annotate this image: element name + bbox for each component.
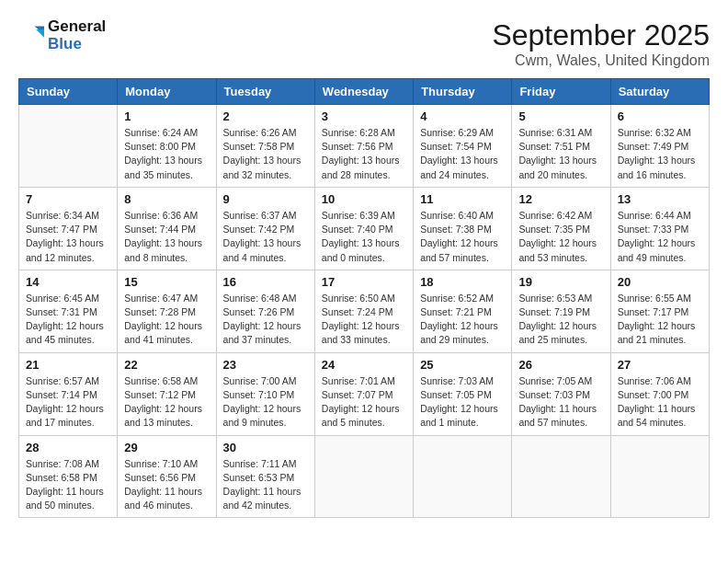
- day-number: 13: [618, 192, 702, 206]
- calendar-cell: 22 Sunrise: 6:58 AMSunset: 7:12 PMDaylig…: [118, 352, 216, 435]
- day-number: 30: [223, 441, 308, 454]
- day-number: 27: [618, 358, 702, 372]
- calendar-title-section: September 2025 Cwm, Wales, United Kingdo…: [492, 18, 710, 69]
- calendar-cell: 19 Sunrise: 6:53 AMSunset: 7:19 PMDaylig…: [512, 270, 610, 352]
- day-number: 5: [518, 109, 603, 123]
- weekday-header-thursday: Thursday: [414, 79, 512, 105]
- day-info: Sunrise: 6:24 AMSunset: 8:00 PMDaylight:…: [124, 126, 209, 182]
- weekday-header-friday: Friday: [512, 79, 610, 105]
- day-info: Sunrise: 6:50 AMSunset: 7:24 PMDaylight:…: [322, 292, 406, 348]
- day-number: 9: [223, 192, 308, 206]
- day-info: Sunrise: 7:10 AMSunset: 6:56 PMDaylight:…: [124, 457, 209, 513]
- day-number: 17: [322, 275, 406, 289]
- day-number: 11: [420, 192, 505, 206]
- day-info: Sunrise: 7:06 AMSunset: 7:00 PMDaylight:…: [618, 374, 702, 431]
- calendar-cell: 12 Sunrise: 6:42 AMSunset: 7:35 PMDaylig…: [512, 187, 610, 270]
- day-info: Sunrise: 6:28 AMSunset: 7:56 PMDaylight:…: [322, 126, 406, 182]
- calendar-cell: 26 Sunrise: 7:05 AMSunset: 7:03 PMDaylig…: [512, 352, 610, 435]
- weekday-header-saturday: Saturday: [610, 79, 709, 105]
- calendar-cell: 20 Sunrise: 6:55 AMSunset: 7:17 PMDaylig…: [610, 270, 709, 352]
- day-number: 4: [420, 109, 505, 123]
- calendar-cell: 27 Sunrise: 7:06 AMSunset: 7:00 PMDaylig…: [610, 352, 709, 435]
- logo: General Blue: [18, 18, 106, 52]
- day-info: Sunrise: 6:26 AMSunset: 7:58 PMDaylight:…: [223, 126, 308, 182]
- day-info: Sunrise: 6:40 AMSunset: 7:38 PMDaylight:…: [420, 209, 505, 265]
- day-info: Sunrise: 6:47 AMSunset: 7:28 PMDaylight:…: [124, 292, 209, 348]
- calendar-cell: 2 Sunrise: 6:26 AMSunset: 7:58 PMDayligh…: [216, 105, 314, 188]
- calendar-cell: 18 Sunrise: 6:52 AMSunset: 7:21 PMDaylig…: [414, 270, 512, 352]
- day-info: Sunrise: 7:11 AMSunset: 6:53 PMDaylight:…: [223, 457, 308, 513]
- day-number: 28: [26, 441, 110, 454]
- weekday-header-sunday: Sunday: [19, 79, 118, 105]
- day-info: Sunrise: 6:52 AMSunset: 7:21 PMDaylight:…: [420, 292, 505, 348]
- calendar-cell: 11 Sunrise: 6:40 AMSunset: 7:38 PMDaylig…: [414, 187, 512, 270]
- calendar-cell: 24 Sunrise: 7:01 AMSunset: 7:07 PMDaylig…: [314, 352, 413, 435]
- day-info: Sunrise: 6:36 AMSunset: 7:44 PMDaylight:…: [124, 209, 209, 265]
- calendar-cell: 1 Sunrise: 6:24 AMSunset: 8:00 PMDayligh…: [118, 105, 216, 188]
- calendar-cell: 25 Sunrise: 7:03 AMSunset: 7:05 PMDaylig…: [414, 352, 512, 435]
- weekday-header-tuesday: Tuesday: [216, 79, 314, 105]
- day-number: 29: [124, 441, 209, 454]
- day-info: Sunrise: 6:39 AMSunset: 7:40 PMDaylight:…: [322, 209, 406, 265]
- calendar-cell: 15 Sunrise: 6:47 AMSunset: 7:28 PMDaylig…: [118, 270, 216, 352]
- day-info: Sunrise: 6:32 AMSunset: 7:49 PMDaylight:…: [618, 126, 702, 182]
- day-number: 14: [26, 275, 110, 289]
- day-info: Sunrise: 6:37 AMSunset: 7:42 PMDaylight:…: [223, 209, 308, 265]
- day-number: 3: [322, 109, 406, 123]
- day-number: 22: [124, 358, 209, 372]
- day-number: 2: [223, 109, 308, 123]
- calendar-cell: [19, 105, 118, 188]
- location-title: Cwm, Wales, United Kingdom: [492, 52, 710, 69]
- calendar-week-row: 21 Sunrise: 6:57 AMSunset: 7:14 PMDaylig…: [19, 352, 710, 435]
- day-info: Sunrise: 7:03 AMSunset: 7:05 PMDaylight:…: [420, 374, 505, 431]
- calendar-cell: 5 Sunrise: 6:31 AMSunset: 7:51 PMDayligh…: [512, 105, 610, 188]
- calendar-week-row: 7 Sunrise: 6:34 AMSunset: 7:47 PMDayligh…: [19, 187, 710, 270]
- day-number: 24: [322, 358, 406, 372]
- calendar-week-row: 28 Sunrise: 7:08 AMSunset: 6:58 PMDaylig…: [19, 435, 710, 518]
- calendar-table: SundayMondayTuesdayWednesdayThursdayFrid…: [18, 78, 710, 518]
- day-info: Sunrise: 7:00 AMSunset: 7:10 PMDaylight:…: [223, 374, 308, 431]
- page-header: General Blue September 2025 Cwm, Wales, …: [18, 18, 710, 69]
- day-number: 12: [518, 192, 603, 206]
- calendar-cell: 10 Sunrise: 6:39 AMSunset: 7:40 PMDaylig…: [314, 187, 413, 270]
- calendar-cell: 6 Sunrise: 6:32 AMSunset: 7:49 PMDayligh…: [610, 105, 709, 188]
- day-number: 16: [223, 275, 308, 289]
- calendar-cell: 14 Sunrise: 6:45 AMSunset: 7:31 PMDaylig…: [19, 270, 118, 352]
- day-info: Sunrise: 6:45 AMSunset: 7:31 PMDaylight:…: [26, 292, 110, 348]
- calendar-header-row: SundayMondayTuesdayWednesdayThursdayFrid…: [19, 79, 710, 105]
- calendar-cell: 8 Sunrise: 6:36 AMSunset: 7:44 PMDayligh…: [118, 187, 216, 270]
- calendar-cell: 9 Sunrise: 6:37 AMSunset: 7:42 PMDayligh…: [216, 187, 314, 270]
- weekday-header-wednesday: Wednesday: [314, 79, 413, 105]
- calendar-cell: 17 Sunrise: 6:50 AMSunset: 7:24 PMDaylig…: [314, 270, 413, 352]
- day-info: Sunrise: 6:34 AMSunset: 7:47 PMDaylight:…: [26, 209, 110, 265]
- weekday-header-monday: Monday: [118, 79, 216, 105]
- day-number: 15: [124, 275, 209, 289]
- day-info: Sunrise: 6:58 AMSunset: 7:12 PMDaylight:…: [124, 374, 209, 431]
- calendar-cell: 13 Sunrise: 6:44 AMSunset: 7:33 PMDaylig…: [610, 187, 709, 270]
- day-info: Sunrise: 7:08 AMSunset: 6:58 PMDaylight:…: [26, 457, 110, 513]
- calendar-cell: [314, 435, 413, 518]
- day-number: 19: [518, 275, 603, 289]
- calendar-cell: 21 Sunrise: 6:57 AMSunset: 7:14 PMDaylig…: [19, 352, 118, 435]
- day-number: 7: [26, 192, 110, 206]
- day-info: Sunrise: 7:01 AMSunset: 7:07 PMDaylight:…: [322, 374, 406, 431]
- calendar-cell: [610, 435, 709, 518]
- day-info: Sunrise: 6:31 AMSunset: 7:51 PMDaylight:…: [518, 126, 603, 182]
- day-info: Sunrise: 6:57 AMSunset: 7:14 PMDaylight:…: [26, 374, 110, 431]
- day-number: 6: [618, 109, 702, 123]
- day-number: 25: [420, 358, 505, 372]
- calendar-cell: 29 Sunrise: 7:10 AMSunset: 6:56 PMDaylig…: [118, 435, 216, 518]
- day-number: 1: [124, 109, 209, 123]
- day-number: 10: [322, 192, 406, 206]
- day-number: 8: [124, 192, 209, 206]
- calendar-cell: [512, 435, 610, 518]
- calendar-cell: [414, 435, 512, 518]
- day-number: 26: [518, 358, 603, 372]
- day-info: Sunrise: 6:44 AMSunset: 7:33 PMDaylight:…: [618, 209, 702, 265]
- day-number: 23: [223, 358, 308, 372]
- calendar-cell: 16 Sunrise: 6:48 AMSunset: 7:26 PMDaylig…: [216, 270, 314, 352]
- calendar-cell: 4 Sunrise: 6:29 AMSunset: 7:54 PMDayligh…: [414, 105, 512, 188]
- day-info: Sunrise: 7:05 AMSunset: 7:03 PMDaylight:…: [518, 374, 603, 431]
- day-number: 21: [26, 358, 110, 372]
- calendar-cell: 3 Sunrise: 6:28 AMSunset: 7:56 PMDayligh…: [314, 105, 413, 188]
